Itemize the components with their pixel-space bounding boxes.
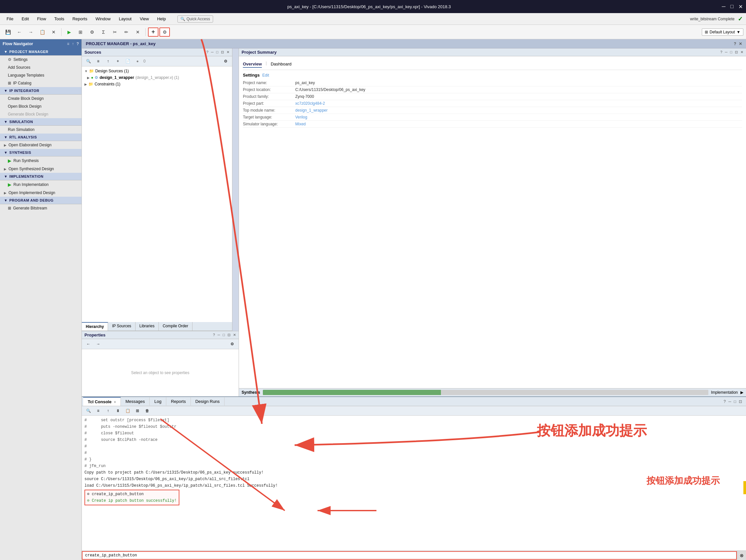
props-help-icon[interactable]: ? <box>213 333 215 337</box>
tab-messages[interactable]: Messages <box>121 397 150 406</box>
tree-item-design-sources[interactable]: ▼ 📁 Design Sources (1) <box>82 68 232 74</box>
save-button[interactable]: 💾 <box>3 28 13 37</box>
layout-dropdown[interactable]: ⊞ Default Layout ▼ <box>702 28 743 36</box>
sources-search-btn[interactable]: 🔍 <box>84 58 92 65</box>
sources-file-btn[interactable]: 📄 <box>124 58 132 65</box>
console-max-icon[interactable]: □ <box>734 399 736 404</box>
sources-close-icon[interactable]: ✕ <box>227 50 229 54</box>
run-button[interactable]: ▶ <box>64 28 74 37</box>
console-help-icon[interactable]: ? <box>724 399 726 404</box>
sources-min-icon[interactable]: ─ <box>211 50 214 54</box>
console-sort1-btn[interactable]: ≡ <box>94 407 102 414</box>
console-sort2-btn[interactable]: ↑ <box>104 407 112 414</box>
copy-button[interactable]: 📋 <box>37 28 48 37</box>
ps-max-icon[interactable]: □ <box>730 50 732 54</box>
sources-max-icon[interactable]: □ <box>216 50 218 54</box>
tcl-console-close-icon[interactable]: × <box>114 400 116 404</box>
props-forward-btn[interactable]: → <box>94 341 102 348</box>
clear-button[interactable]: ✕ <box>133 28 143 37</box>
menu-flow[interactable]: Flow <box>34 15 49 23</box>
tab-compile-order[interactable]: Compile Order <box>159 322 193 330</box>
console-pause-btn[interactable]: ⏸ <box>114 407 122 414</box>
delete-button[interactable]: ✕ <box>49 28 59 37</box>
minimize-button[interactable]: ─ <box>722 4 725 10</box>
tab-overview[interactable]: Overview <box>243 61 262 68</box>
tab-dashboard[interactable]: Dashboard <box>271 61 292 68</box>
nav-item-run-synthesis[interactable]: ▶ Run Synthesis <box>0 156 82 165</box>
edit-settings-link[interactable]: Edit <box>262 73 269 78</box>
nav-up-icon[interactable]: ↑ <box>72 41 74 46</box>
nav-item-ip-catalog[interactable]: ⊞ IP Catalog <box>0 79 82 87</box>
tree-item-design-wrapper[interactable]: ▶ ● ⚙ design_1_wrapper (design_1_wrapper… <box>82 74 232 81</box>
add-ip-button[interactable]: + <box>148 28 159 37</box>
menu-help[interactable]: Help <box>154 15 169 23</box>
console-input-close-btn[interactable]: ⊗ <box>737 551 746 560</box>
tab-tcl-console[interactable]: Tcl Console × <box>83 397 121 406</box>
nav-item-settings[interactable]: ⚙ Settings <box>0 56 82 63</box>
sources-sort1-btn[interactable]: ≡ <box>94 58 102 65</box>
redo-button[interactable]: → <box>26 28 36 37</box>
console-restore-icon[interactable]: ⊡ <box>739 399 742 404</box>
pm-help-icon[interactable]: ? <box>734 41 736 46</box>
tab-log[interactable]: Log <box>150 397 166 406</box>
window-controls[interactable]: ─ □ ✕ <box>722 4 743 10</box>
ps-restore-icon[interactable]: ⊡ <box>735 50 738 54</box>
ps-min-icon[interactable]: ─ <box>725 50 728 54</box>
tree-item-constraints[interactable]: ▶ 📁 Constraints (1) <box>82 81 232 87</box>
menu-reports[interactable]: Reports <box>69 15 91 23</box>
nav-item-create-block-design[interactable]: Create Block Design <box>0 95 82 102</box>
props-back-btn[interactable]: ← <box>84 341 92 348</box>
menu-file[interactable]: File <box>3 15 17 23</box>
nav-item-run-simulation[interactable]: Run Simulation <box>0 126 82 134</box>
nav-section-header-simulation[interactable]: ▼ SIMULATION <box>0 118 82 126</box>
props-min-icon[interactable]: ─ <box>218 333 220 337</box>
menu-view[interactable]: View <box>137 15 152 23</box>
console-search-btn[interactable]: 🔍 <box>84 407 92 414</box>
nav-section-header-implementation[interactable]: ▼ IMPLEMENTATION <box>0 173 82 180</box>
props-settings-btn[interactable]: ⚙ <box>228 341 236 348</box>
nav-section-header-rtl-analysis[interactable]: ▼ RTL ANALYSIS <box>0 134 82 141</box>
menu-edit[interactable]: Edit <box>18 15 32 23</box>
tab-libraries[interactable]: Libraries <box>136 322 159 330</box>
nav-help-icon[interactable]: ? <box>77 41 79 46</box>
console-min-icon[interactable]: ─ <box>728 399 731 404</box>
undo-button[interactable]: ← <box>14 28 25 37</box>
props-max-icon[interactable]: □ <box>223 333 225 337</box>
nav-item-open-elaborated-design[interactable]: ▶ Open Elaborated Design <box>0 141 82 149</box>
nav-item-open-block-design[interactable]: Open Block Design <box>0 102 82 110</box>
nav-item-generate-block-design[interactable]: Generate Block Design <box>0 110 82 118</box>
props-close-icon[interactable]: ✕ <box>233 333 236 337</box>
props-restore-icon[interactable]: ⊡ <box>228 333 230 337</box>
tab-reports[interactable]: Reports <box>166 397 191 406</box>
close-button[interactable]: ✕ <box>739 4 743 10</box>
nav-section-header-program-debug[interactable]: ▼ PROGRAM AND DEBUG <box>0 197 82 204</box>
nav-section-header-synthesis[interactable]: ▼ SYNTHESIS <box>0 149 82 156</box>
nav-item-generate-bitstream[interactable]: ⊞ Generate Bitstream <box>0 204 82 212</box>
sources-circle-btn[interactable]: ● <box>134 58 141 65</box>
menu-window[interactable]: Window <box>92 15 114 23</box>
ps-help-icon[interactable]: ? <box>720 50 722 54</box>
grid-button[interactable]: ⊞ <box>75 28 86 37</box>
nav-item-add-sources[interactable]: Add Sources <box>0 63 82 71</box>
nav-item-open-implemented-design[interactable]: ▶ Open Implemented Design <box>0 189 82 197</box>
console-grid-btn[interactable]: ⊞ <box>134 407 141 414</box>
pm-close-icon[interactable]: ✕ <box>739 41 742 46</box>
sources-restore-icon[interactable]: ⊡ <box>221 50 224 54</box>
nav-item-run-implementation[interactable]: ▶ Run Implementation <box>0 180 82 189</box>
nav-item-open-synthesized-design[interactable]: ▶ Open Synthesized Design <box>0 165 82 173</box>
flow-navigator-controls[interactable]: ≡ ↑ ? <box>67 41 79 46</box>
nav-section-header-ip-integrator[interactable]: ▼ IP INTEGRATOR <box>0 87 82 95</box>
tab-design-runs[interactable]: Design Runs <box>191 397 225 406</box>
nav-section-header-project-manager[interactable]: ▼ PROJECT MANAGER <box>0 48 82 56</box>
quick-access-bar[interactable]: 🔍 Quick Access <box>177 16 213 23</box>
console-trash-btn[interactable]: 🗑 <box>143 407 151 414</box>
nav-menu-icon[interactable]: ≡ <box>67 41 69 46</box>
menu-layout[interactable]: Layout <box>116 15 135 23</box>
console-content[interactable]: # set outstr [process $filetxt] # puts -… <box>82 416 746 551</box>
sources-settings-btn[interactable]: ⚙ <box>222 58 229 65</box>
maximize-button[interactable]: □ <box>730 4 734 10</box>
menu-tools[interactable]: Tools <box>51 15 67 23</box>
ps-close-icon[interactable]: ✕ <box>740 50 743 54</box>
console-copy-btn[interactable]: 📋 <box>124 407 132 414</box>
sigma-button[interactable]: Σ <box>98 28 109 37</box>
